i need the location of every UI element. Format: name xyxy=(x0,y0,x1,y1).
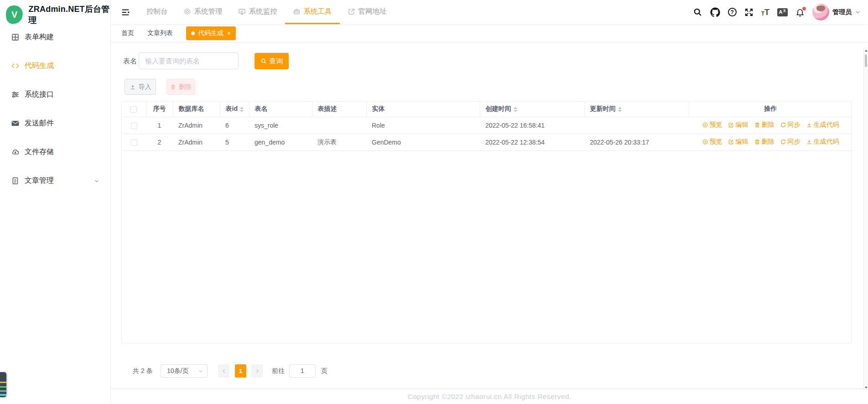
tab-code-generation[interactable]: 代码生成 × xyxy=(186,26,236,40)
table-name-input[interactable] xyxy=(139,52,239,69)
import-button-label: 导入 xyxy=(139,83,151,91)
delete-button-label: 删除 xyxy=(179,83,192,91)
prev-page-button[interactable] xyxy=(218,364,229,378)
search-button[interactable] xyxy=(693,7,702,17)
trash-icon xyxy=(170,84,176,90)
sort-caret-icon[interactable] xyxy=(514,107,517,112)
tab-article-list[interactable]: 文章列表 xyxy=(147,29,173,37)
font-size-button[interactable]: TT xyxy=(761,8,769,16)
topnav-item-official-site[interactable]: 官网地址 xyxy=(340,0,395,24)
topnav-item-system-management[interactable]: 系统管理 xyxy=(176,0,230,24)
chevron-right-icon xyxy=(255,368,260,374)
sort-caret-icon[interactable] xyxy=(240,107,244,112)
sync-link[interactable]: 同步 xyxy=(780,121,800,129)
sidebar-item-form-builder[interactable]: 表单构建 xyxy=(0,23,110,52)
logo-icon: V xyxy=(5,5,24,25)
sidebar-toggle-button[interactable] xyxy=(120,7,130,17)
column-header-create-time[interactable]: 创建时间 xyxy=(480,102,584,117)
action-label: 生成代码 xyxy=(814,121,839,129)
topnav-item-system-monitor[interactable]: 系统监控 xyxy=(230,0,285,24)
total-count: 共 2 条 xyxy=(133,364,153,378)
github-icon xyxy=(710,7,720,17)
sync-link[interactable]: 同步 xyxy=(780,138,800,146)
cell-create-time: 2022-05-22 12:38:54 xyxy=(480,134,584,150)
tab-label: 代码生成 xyxy=(198,29,223,37)
sidebar-item-send-email[interactable]: 发送邮件 xyxy=(0,109,110,138)
scrollbar[interactable] xyxy=(863,47,868,391)
github-button[interactable] xyxy=(710,7,720,17)
notifications-button[interactable] xyxy=(795,8,805,17)
cell-table-desc: 演示表 xyxy=(312,134,366,150)
column-label: 更新时间 xyxy=(590,105,616,112)
help-button[interactable]: ? xyxy=(728,8,737,16)
tab-close-icon[interactable]: × xyxy=(227,30,231,36)
current-page-button[interactable]: 1 xyxy=(235,364,246,378)
sidebar-item-article-management[interactable]: 文章管理 xyxy=(0,166,110,195)
search-icon xyxy=(260,58,267,64)
action-label: 预览 xyxy=(710,121,722,129)
font-size-icon: TT xyxy=(761,8,769,16)
action-label: 编辑 xyxy=(736,121,748,129)
preview-link[interactable]: 预览 xyxy=(702,121,722,129)
avatar xyxy=(812,4,829,21)
user-menu[interactable]: 管理员 xyxy=(812,4,861,21)
column-header-table-name: 表名 xyxy=(249,102,312,117)
cell-entity: Role xyxy=(366,117,480,134)
next-page-button[interactable] xyxy=(251,364,263,378)
generate-code-link[interactable]: 生成代码 xyxy=(806,138,839,146)
cell-update-time xyxy=(584,117,689,134)
column-label: 操作 xyxy=(764,105,777,112)
app-title: ZRAdmin.NET后台管理 xyxy=(29,4,110,26)
table-row: 1 ZrAdmin 6 sys_role Role 2022-05-22 16:… xyxy=(122,117,852,134)
top-navigation: 控制台 系统管理 系统监控 系统工具 官网地址 xyxy=(139,0,395,24)
cell-table-name: gen_demo xyxy=(249,134,312,150)
translate-button[interactable]: A文 xyxy=(777,8,788,16)
topnav-item-console[interactable]: 控制台 xyxy=(139,0,176,24)
sidebar-item-system-api[interactable]: 系统接口 xyxy=(0,80,110,109)
scrollbar-thumb[interactable] xyxy=(865,54,867,67)
envelope-icon xyxy=(11,119,20,128)
topbar: 控制台 系统管理 系统监控 系统工具 官网地址 xyxy=(111,0,868,24)
select-all-checkbox[interactable] xyxy=(130,106,137,113)
chevron-down-icon xyxy=(855,9,861,15)
column-header-update-time[interactable]: 更新时间 xyxy=(584,102,689,117)
import-button[interactable]: 导入 xyxy=(125,79,156,95)
sidebar-item-code-generation[interactable]: 代码生成 xyxy=(0,52,110,80)
delete-link[interactable]: 删除 xyxy=(754,138,774,146)
page-size-select[interactable]: 10条/页 xyxy=(161,364,208,378)
action-label: 编辑 xyxy=(736,138,748,146)
column-label: 表描述 xyxy=(318,105,337,112)
scroll-up-arrow-icon[interactable] xyxy=(864,48,868,53)
scroll-down-arrow-icon[interactable] xyxy=(864,385,868,390)
chevron-down-icon xyxy=(94,178,99,184)
row-checkbox[interactable] xyxy=(131,123,137,129)
cell-database: ZrAdmin xyxy=(173,117,220,134)
column-header-table-id[interactable]: 表id xyxy=(220,102,249,117)
preview-link[interactable]: 预览 xyxy=(702,138,722,146)
column-header-entity: 实体 xyxy=(366,102,480,117)
tab-home[interactable]: 首页 xyxy=(121,29,134,37)
sidebar-item-file-storage[interactable]: 文件存储 xyxy=(0,138,110,166)
question-icon: ? xyxy=(728,8,737,16)
fullscreen-button[interactable] xyxy=(744,8,754,17)
sidebar-item-label: 文章管理 xyxy=(25,176,54,186)
fullscreen-icon xyxy=(744,8,754,17)
edit-link[interactable]: 编辑 xyxy=(728,138,748,146)
sort-caret-icon[interactable] xyxy=(618,107,622,112)
query-button[interactable]: 查询 xyxy=(255,53,289,69)
floating-widget[interactable] xyxy=(0,372,6,397)
delete-link[interactable]: 删除 xyxy=(754,121,774,129)
topnav-item-system-tools[interactable]: 系统工具 xyxy=(285,0,340,24)
row-checkbox[interactable] xyxy=(131,140,137,146)
column-label: 实体 xyxy=(372,105,385,112)
code-icon xyxy=(11,62,20,70)
delete-button[interactable]: 删除 xyxy=(166,79,195,95)
goto-page-input[interactable] xyxy=(289,364,316,378)
column-header-table-desc: 表描述 xyxy=(312,102,366,117)
edit-link[interactable]: 编辑 xyxy=(728,121,748,129)
active-tab-dot xyxy=(191,31,195,35)
generate-code-link[interactable]: 生成代码 xyxy=(806,121,839,129)
grid-icon xyxy=(11,33,20,41)
font-size-large-glyph: T xyxy=(764,8,769,16)
logo-letter: V xyxy=(11,10,17,20)
